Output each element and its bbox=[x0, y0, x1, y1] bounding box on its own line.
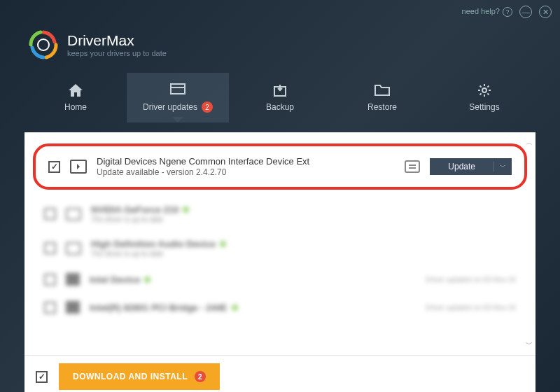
driver-status: The driver is up-to-date bbox=[91, 216, 516, 223]
driver-name: Intel(R) 82801 PCI Bridge - 244E bbox=[90, 302, 227, 313]
driver-row-highlighted: Digital Devices Ngene Common Interface D… bbox=[33, 144, 527, 190]
action-bar: DOWNLOAD AND INSTALL 2 bbox=[24, 355, 536, 392]
driver-name: NVIDIA GeForce 210 bbox=[91, 204, 178, 215]
download-install-button[interactable]: DOWNLOAD AND INSTALL 2 bbox=[59, 363, 220, 390]
updates-badge: 2 bbox=[202, 102, 213, 113]
status-dot-icon bbox=[144, 276, 150, 283]
driver-status: The driver is up-to-date bbox=[91, 250, 516, 258]
nav-label: Driver updates bbox=[143, 102, 197, 112]
app-tagline: keeps your drivers up to date bbox=[67, 49, 167, 57]
driver-list: ︿ Digital Devices Ngene Common Interface… bbox=[24, 132, 536, 355]
svg-point-0 bbox=[38, 39, 49, 50]
details-icon[interactable] bbox=[405, 160, 420, 173]
nav-label: Home bbox=[64, 102, 87, 112]
nav-driver-updates[interactable]: Driver updates2 bbox=[127, 73, 229, 122]
app-title: DriverMax bbox=[67, 32, 167, 49]
driver-name: High Definition Audio Device bbox=[91, 239, 216, 249]
device-type-icon bbox=[66, 242, 81, 255]
driver-date: Driver updated on 03-Nov-16 bbox=[426, 304, 516, 312]
backup-icon bbox=[272, 83, 288, 97]
download-label: DOWNLOAD AND INSTALL bbox=[73, 372, 188, 382]
driver-checkbox[interactable] bbox=[44, 302, 56, 314]
driver-row: Intel Device Driver updated on 03-Nov-16 bbox=[33, 265, 527, 293]
driver-checkbox[interactable] bbox=[44, 208, 56, 220]
home-icon bbox=[68, 83, 83, 97]
minimize-button[interactable]: — bbox=[519, 6, 532, 18]
device-type-icon bbox=[66, 301, 80, 314]
status-dot-icon bbox=[220, 241, 226, 247]
status-dot-icon bbox=[183, 206, 189, 213]
scroll-up-icon[interactable]: ︿ bbox=[526, 138, 533, 148]
download-badge: 2 bbox=[195, 371, 206, 382]
update-label: Update bbox=[430, 162, 493, 172]
nav-home[interactable]: Home bbox=[24, 73, 127, 122]
driver-checkbox[interactable] bbox=[44, 242, 56, 254]
nav-label: Settings bbox=[469, 102, 499, 112]
main-nav: Home Driver updates2 Backup Restore Sett… bbox=[0, 73, 560, 122]
gear-icon bbox=[477, 83, 492, 97]
close-button[interactable]: ✕ bbox=[539, 6, 552, 18]
app-logo-icon bbox=[28, 29, 59, 60]
driver-row: High Definition Audio DeviceThe driver i… bbox=[33, 231, 527, 265]
driver-date: Driver updated on 03-Nov-16 bbox=[426, 276, 516, 284]
nav-backup[interactable]: Backup bbox=[229, 73, 331, 122]
chevron-down-icon[interactable]: ﹀ bbox=[493, 162, 512, 172]
svg-rect-1 bbox=[171, 84, 185, 94]
restore-icon bbox=[374, 83, 390, 97]
device-type-icon bbox=[66, 273, 80, 286]
updates-icon bbox=[170, 83, 186, 97]
nav-restore[interactable]: Restore bbox=[331, 73, 433, 122]
status-dot-icon bbox=[232, 304, 238, 311]
driver-name: Intel Device bbox=[90, 274, 140, 285]
driver-row: Intel(R) 82801 PCI Bridge - 244E Driver … bbox=[33, 293, 527, 321]
select-all-checkbox[interactable] bbox=[36, 371, 48, 383]
device-type-icon bbox=[66, 208, 81, 220]
driver-checkbox[interactable] bbox=[48, 161, 60, 173]
update-button[interactable]: Update ﹀ bbox=[430, 158, 512, 175]
device-type-icon bbox=[70, 160, 87, 174]
brand-header: DriverMax keeps your drivers up to date bbox=[0, 24, 560, 73]
driver-name: Digital Devices Ngene Common Interface D… bbox=[97, 156, 395, 167]
scroll-down-icon[interactable]: ﹀ bbox=[526, 340, 533, 349]
svg-point-4 bbox=[482, 88, 486, 92]
help-link[interactable]: need help? bbox=[462, 7, 512, 17]
nav-settings[interactable]: Settings bbox=[433, 73, 536, 122]
nav-label: Backup bbox=[266, 102, 294, 112]
driver-row: NVIDIA GeForce 210The driver is up-to-da… bbox=[33, 197, 527, 231]
driver-checkbox[interactable] bbox=[44, 274, 56, 286]
driver-status: Update available - version 2.4.2.70 bbox=[97, 167, 395, 177]
nav-label: Restore bbox=[368, 102, 397, 112]
